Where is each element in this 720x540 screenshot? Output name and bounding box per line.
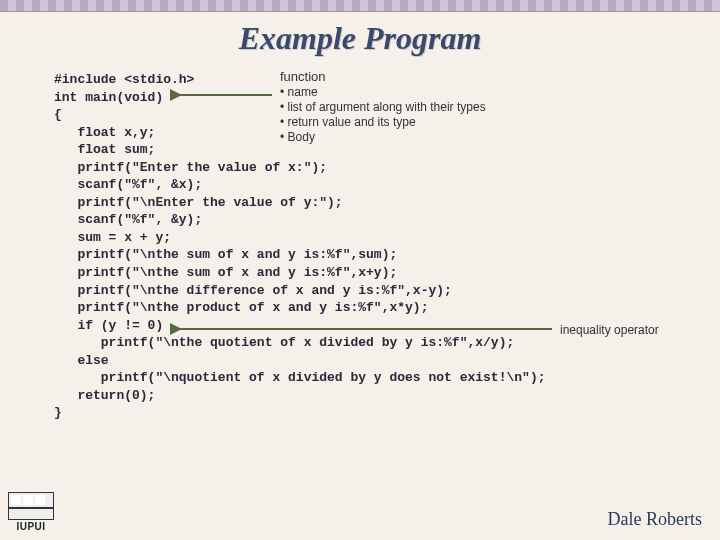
function-annotation: function • name• list of argument along … xyxy=(280,69,580,145)
annotation-bullet: • Body xyxy=(280,130,580,145)
slide-title: Example Program xyxy=(0,20,720,57)
annotation-bullet: • name xyxy=(280,85,580,100)
arrow-to-inequality xyxy=(176,323,556,335)
logo-graphic xyxy=(8,492,54,520)
annotation-bullet: • return value and its type xyxy=(280,115,580,130)
title-area: Example Program xyxy=(0,12,720,71)
inequality-annotation: inequality operator xyxy=(560,323,720,338)
decorative-top-border xyxy=(0,0,720,12)
arrow-to-main xyxy=(176,89,276,101)
content-area: #include <stdio.h> int main(void) { floa… xyxy=(0,71,720,422)
author-credit: Dale Roberts xyxy=(608,509,702,530)
annotation-heading: function xyxy=(280,69,580,85)
annotation-bullet: • list of argument along with their type… xyxy=(280,100,580,115)
logo-text: IUPUI xyxy=(8,521,54,532)
annotation-bullets: • name• list of argument along with thei… xyxy=(280,85,580,145)
iupui-logo: IUPUI xyxy=(8,492,54,532)
